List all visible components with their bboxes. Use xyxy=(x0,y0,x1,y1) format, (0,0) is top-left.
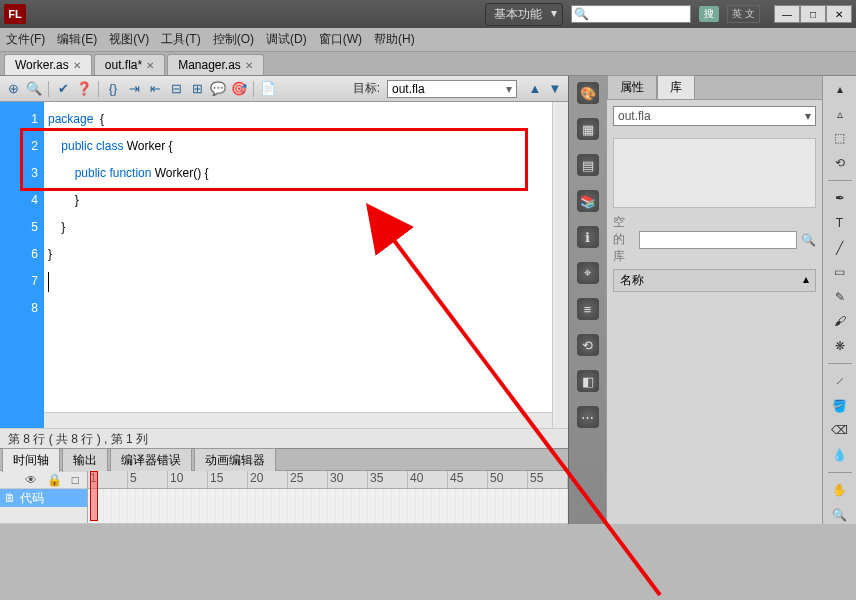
text-tool[interactable]: T xyxy=(829,214,851,233)
workspace-dropdown[interactable]: 基本功能 xyxy=(485,3,563,26)
menu-item[interactable]: 文件(F) xyxy=(6,31,45,48)
close-button[interactable]: ✕ xyxy=(826,5,852,23)
nav-down-icon[interactable]: ▼ xyxy=(546,80,564,98)
rectangle-tool[interactable]: ▭ xyxy=(829,263,851,282)
check-icon[interactable]: ✔ xyxy=(54,80,72,98)
target-label: 目标: xyxy=(353,80,380,97)
code-editor[interactable]: 12345678 package { public class Worker {… xyxy=(0,102,568,428)
erase-tool[interactable]: ⌫ xyxy=(829,421,851,440)
line-gutter: 12345678 xyxy=(0,102,44,428)
grid-icon[interactable]: ▦ xyxy=(577,118,599,140)
search-icon: 🔍 xyxy=(572,7,591,21)
search-input-wrapper: 🔍 xyxy=(571,5,691,23)
playhead[interactable] xyxy=(90,471,98,521)
menu-item[interactable]: 调试(D) xyxy=(266,31,307,48)
line-tool[interactable]: ╱ xyxy=(829,238,851,257)
zoom-tool[interactable]: 🔍 xyxy=(829,506,851,525)
brush-tool[interactable]: 🖌 xyxy=(829,312,851,331)
hint-icon[interactable]: ❓ xyxy=(75,80,93,98)
transform-icon[interactable]: ⟲ xyxy=(577,334,599,356)
library-search-row: 空的库 🔍 xyxy=(613,214,816,265)
target-icon[interactable]: ⌖ xyxy=(577,262,599,284)
maximize-button[interactable]: □ xyxy=(800,5,826,23)
palette-icon[interactable]: 🎨 xyxy=(577,82,599,104)
nav-up-icon[interactable]: ▲ xyxy=(526,80,544,98)
tab-properties[interactable]: 属性 xyxy=(607,75,657,99)
outdent-icon[interactable]: ⇤ xyxy=(146,80,164,98)
bottom-tab[interactable]: 动画编辑器 xyxy=(194,448,276,472)
search-input[interactable] xyxy=(591,8,690,20)
library-name-header[interactable]: 名称▴ xyxy=(613,269,816,292)
collapse-icon[interactable]: ⊟ xyxy=(167,80,185,98)
status-line: 第 8 行 ( 共 8 行 ) , 第 1 列 xyxy=(0,428,568,448)
sort-icon[interactable]: ▴ xyxy=(803,272,809,289)
outline-icon[interactable]: □ xyxy=(72,473,79,486)
timeline: 👁 🔒 □ 🗎 代码 1510152025303540455055 xyxy=(0,471,568,523)
debug-icon[interactable]: 🎯 xyxy=(230,80,248,98)
menu-item[interactable]: 控制(O) xyxy=(213,31,254,48)
scrollbar-vertical[interactable] xyxy=(552,102,568,428)
select-tool[interactable]: ▴ xyxy=(829,80,851,99)
bone-tool[interactable]: ⟋ xyxy=(829,372,851,391)
pen-tool[interactable]: ✒ xyxy=(829,189,851,208)
deco-tool[interactable]: ❋ xyxy=(829,336,851,355)
color-icon[interactable]: ◧ xyxy=(577,370,599,392)
comment-icon[interactable]: 💬 xyxy=(209,80,227,98)
pencil-tool[interactable]: ✎ xyxy=(829,287,851,306)
layer-row[interactable]: 🗎 代码 xyxy=(0,489,87,507)
subselect-tool[interactable]: ▵ xyxy=(829,105,851,124)
brace-icon[interactable]: {} xyxy=(104,80,122,98)
expand-icon[interactable]: ⊞ xyxy=(188,80,206,98)
search-lang[interactable]: 英 文 xyxy=(727,5,760,23)
search-icon[interactable]: 🔍 xyxy=(801,233,816,247)
target-dropdown[interactable]: out.fla xyxy=(387,80,517,98)
menu-item[interactable]: 帮助(H) xyxy=(374,31,415,48)
document-tab[interactable]: Worker.as✕ xyxy=(4,54,92,75)
misc-icon[interactable]: ⋯ xyxy=(577,406,599,428)
tab-library[interactable]: 库 xyxy=(657,75,695,99)
close-icon[interactable]: ✕ xyxy=(73,60,81,71)
menu-item[interactable]: 窗口(W) xyxy=(319,31,362,48)
document-tab[interactable]: out.fla*✕ xyxy=(94,54,165,75)
code-text[interactable]: package { public class Worker { public f… xyxy=(44,102,568,428)
bottom-tabs: 时间轴输出编译器错误动画编辑器 xyxy=(0,449,568,471)
paint-bucket-tool[interactable]: 🪣 xyxy=(829,396,851,415)
library-doc-dropdown[interactable]: out.fla xyxy=(613,106,816,126)
menu-bar: 文件(F)编辑(E)视图(V)工具(T)控制(O)调试(D)窗口(W)帮助(H) xyxy=(0,28,856,52)
right-panel: 属性 库 out.fla 空的库 🔍 名称▴ xyxy=(606,76,822,524)
close-icon[interactable]: ✕ xyxy=(245,60,253,71)
menu-item[interactable]: 视图(V) xyxy=(109,31,149,48)
align-icon[interactable]: ≡ xyxy=(577,298,599,320)
lock-icon[interactable]: 🔒 xyxy=(47,473,62,486)
minimize-button[interactable]: — xyxy=(774,5,800,23)
frames-ruler: 1510152025303540455055 xyxy=(88,471,568,489)
bottom-tab[interactable]: 编译器错误 xyxy=(110,448,192,472)
snippet-icon[interactable]: 📄 xyxy=(259,80,277,98)
title-bar: FL 基本功能 🔍 搜 英 文 — □ ✕ xyxy=(0,0,856,28)
close-icon[interactable]: ✕ xyxy=(146,60,154,71)
lib-icon[interactable]: 📚 xyxy=(577,190,599,212)
layer-column: 👁 🔒 □ 🗎 代码 xyxy=(0,471,88,523)
visibility-icon[interactable]: 👁 xyxy=(25,473,37,486)
menu-item[interactable]: 工具(T) xyxy=(161,31,200,48)
find-icon[interactable]: 🔍 xyxy=(25,80,43,98)
frames-area[interactable]: 1510152025303540455055 xyxy=(88,471,568,523)
layer-type-icon: 🗎 xyxy=(4,491,16,505)
bottom-tab[interactable]: 输出 xyxy=(62,448,108,472)
menu-item[interactable]: 编辑(E) xyxy=(57,31,97,48)
hand-tool[interactable]: ✋ xyxy=(829,481,851,500)
bottom-tab[interactable]: 时间轴 xyxy=(2,448,60,472)
add-icon[interactable]: ⊕ xyxy=(4,80,22,98)
info-icon[interactable]: ℹ xyxy=(577,226,599,248)
indent-icon[interactable]: ⇥ xyxy=(125,80,143,98)
lasso-tool[interactable]: ⟲ xyxy=(829,154,851,173)
swatch-icon[interactable]: ▤ xyxy=(577,154,599,176)
free-transform-tool[interactable]: ⬚ xyxy=(829,129,851,148)
right-panel-tabs: 属性 库 xyxy=(607,76,822,100)
scrollbar-horizontal[interactable] xyxy=(44,412,552,428)
editor-area: ⊕ 🔍 ✔ ❓ {} ⇥ ⇤ ⊟ ⊞ 💬 🎯 📄 目标: out.fla ▲ ▼… xyxy=(0,76,568,524)
library-search-input[interactable] xyxy=(639,231,797,249)
document-tab[interactable]: Manager.as✕ xyxy=(167,54,264,75)
collapsed-panels-strip: 🎨▦▤📚ℹ⌖≡⟲◧⋯ xyxy=(568,76,606,524)
eyedropper-tool[interactable]: 💧 xyxy=(829,446,851,465)
